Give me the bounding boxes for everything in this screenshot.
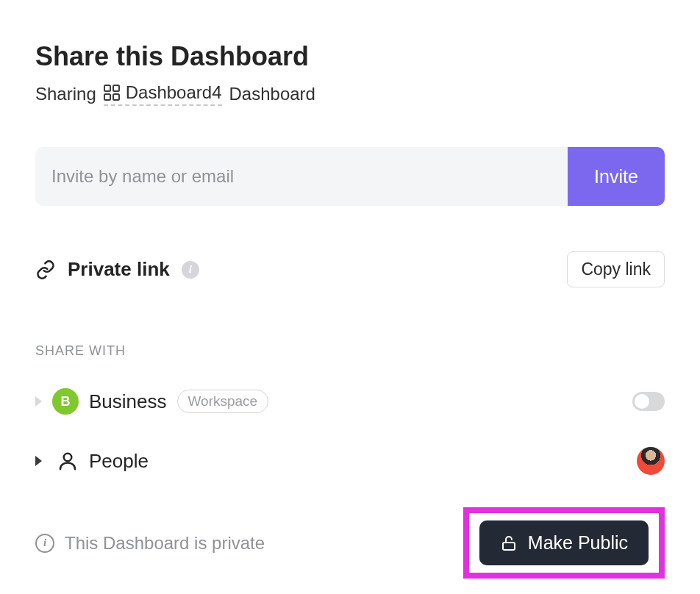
svg-point-4: [64, 454, 72, 462]
share-item-name: People: [89, 450, 149, 473]
breadcrumb-suffix: Dashboard: [229, 84, 315, 104]
make-public-button[interactable]: Make Public: [479, 520, 649, 565]
dashboard-name-text: Dashboard4: [126, 82, 222, 103]
modal-title: Share this Dashboard: [35, 41, 665, 72]
share-toggle[interactable]: [632, 392, 665, 411]
expand-caret-icon[interactable]: [35, 456, 42, 466]
privacy-status-text: This Dashboard is private: [65, 533, 265, 554]
user-avatar[interactable]: [637, 447, 665, 475]
svg-rect-0: [104, 85, 110, 91]
share-item-people: People: [35, 447, 665, 475]
info-icon[interactable]: i: [182, 261, 199, 279]
breadcrumb: Sharing Dashboard4 Dashboard: [35, 82, 665, 106]
private-link-row: Private link i Copy link: [35, 251, 665, 287]
private-link-label: Private link: [68, 258, 170, 281]
make-public-label: Make Public: [528, 532, 628, 554]
footer-row: i This Dashboard is private Make Public: [35, 507, 665, 579]
invite-input[interactable]: [35, 147, 568, 206]
workspace-avatar: B: [52, 388, 79, 415]
expand-caret-icon[interactable]: [35, 396, 42, 407]
workspace-badge: Workspace: [177, 390, 269, 413]
link-icon: [35, 260, 56, 280]
svg-rect-5: [503, 543, 515, 550]
svg-rect-1: [113, 85, 119, 91]
invite-row: Invite: [35, 147, 665, 206]
dashboard-name-link[interactable]: Dashboard4: [104, 82, 222, 106]
svg-rect-3: [113, 94, 119, 100]
share-with-label: SHARE WITH: [35, 343, 665, 359]
share-item-business: B Business Workspace: [35, 388, 665, 415]
breadcrumb-prefix: Sharing: [35, 84, 96, 104]
invite-button[interactable]: Invite: [568, 147, 665, 206]
svg-rect-2: [104, 94, 110, 100]
share-item-name: Business: [89, 390, 167, 413]
info-outline-icon: i: [35, 534, 54, 553]
highlight-annotation: Make Public: [463, 507, 665, 579]
dashboard-icon: [104, 85, 120, 101]
copy-link-button[interactable]: Copy link: [567, 251, 665, 287]
unlock-icon: [500, 534, 518, 552]
person-icon: [57, 450, 79, 472]
